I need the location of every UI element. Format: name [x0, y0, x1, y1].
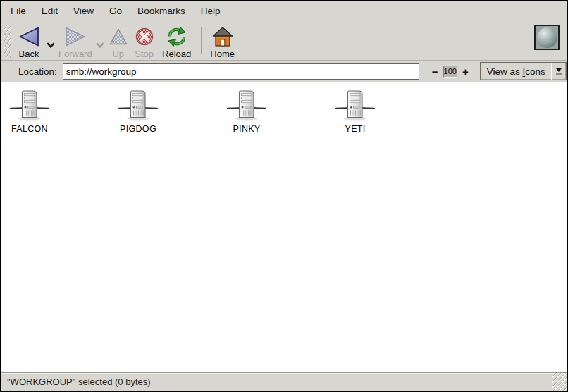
server-item-label: PIGDOG [120, 124, 156, 134]
location-label: Location: [18, 66, 57, 77]
stop-button[interactable]: Stop [130, 24, 159, 61]
menu-edit[interactable]: Edit [34, 3, 66, 19]
menu-bookmarks[interactable]: Bookmarks [130, 3, 193, 19]
zoom-in-button[interactable]: + [459, 66, 471, 77]
stop-label: Stop [135, 49, 154, 59]
status-text: "WORKGROUP" selected (0 bytes) [7, 376, 151, 387]
server-item-falcon[interactable]: FALCON [3, 90, 56, 134]
status-bar: "WORKGROUP" selected (0 bytes) [1, 372, 567, 391]
zoom-level: 100 [443, 66, 457, 78]
zoom-out-button[interactable]: − [429, 66, 441, 77]
reload-button[interactable]: Reload [159, 24, 195, 61]
file-manager-window: File Edit View Go Bookmarks Help Back [0, 0, 568, 392]
view-as-label: View as Icons [481, 66, 552, 77]
toolbar-drag-handle[interactable] [4, 25, 11, 58]
chevron-down-icon [47, 42, 55, 49]
chevron-down-icon [96, 42, 104, 49]
throbber-sphere-icon [537, 27, 557, 48]
throbber [534, 25, 560, 50]
dropdown-indicator-icon [552, 63, 566, 80]
home-label: Home [210, 49, 235, 59]
home-icon [211, 25, 234, 48]
forward-history-dropdown[interactable] [94, 31, 106, 59]
back-button[interactable]: Back [13, 24, 44, 61]
up-icon [109, 25, 128, 48]
network-server-icon [118, 90, 158, 122]
menu-view[interactable]: View [66, 3, 101, 19]
stop-icon [135, 25, 154, 48]
view-as-dropdown[interactable]: View as Icons [480, 62, 567, 80]
back-history-dropdown[interactable] [44, 31, 57, 59]
server-item-label: PINKY [233, 124, 260, 134]
network-server-icon [10, 90, 49, 122]
resize-grip[interactable] [552, 373, 567, 391]
reload-icon [166, 25, 188, 48]
location-input[interactable] [63, 63, 419, 80]
back-label: Back [19, 49, 39, 59]
up-label: Up [112, 49, 124, 59]
menu-help[interactable]: Help [193, 3, 228, 19]
reload-label: Reload [162, 49, 191, 59]
network-server-icon [335, 90, 375, 122]
menu-bar: File Edit View Go Bookmarks Help [1, 1, 567, 20]
location-bar: Location: − 100 + View as Icons [1, 61, 567, 82]
server-item-pigdog[interactable]: PIGDOG [111, 90, 165, 134]
forward-label: Forward [58, 49, 92, 59]
forward-icon [63, 25, 87, 48]
up-button[interactable]: Up [106, 24, 130, 61]
home-button[interactable]: Home [207, 24, 238, 61]
menu-file[interactable]: File [3, 3, 34, 19]
server-item-label: YETI [345, 124, 366, 134]
forward-button[interactable]: Forward [57, 24, 94, 61]
toolbar: Back Forward U [1, 20, 567, 61]
toolbar-separator [201, 27, 202, 54]
icon-view: FALCON P [1, 82, 567, 372]
server-item-pinky[interactable]: PINKY [220, 90, 273, 134]
back-icon [17, 25, 41, 48]
menu-go[interactable]: Go [101, 3, 130, 19]
server-item-yeti[interactable]: YETI [328, 90, 382, 134]
server-item-label: FALCON [11, 124, 48, 134]
network-server-icon [227, 90, 266, 122]
